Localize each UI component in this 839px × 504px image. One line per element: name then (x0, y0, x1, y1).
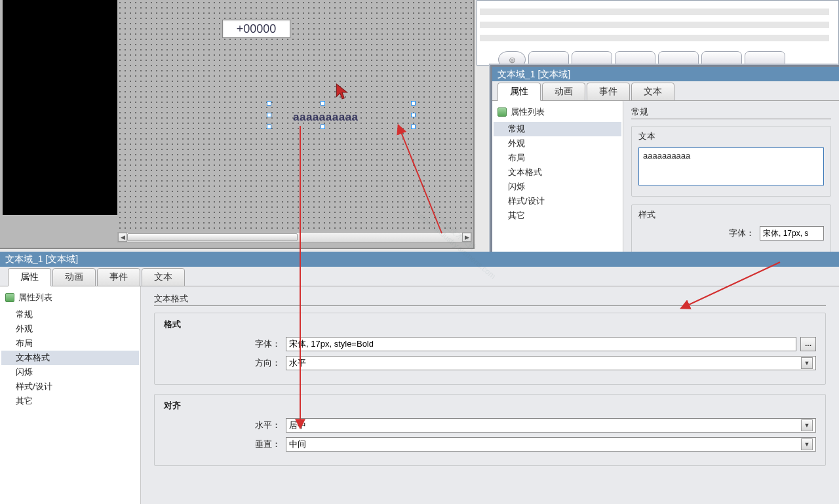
tab-event[interactable]: 事件 (587, 83, 630, 101)
font-select[interactable]: 宋体, 17px, s (760, 226, 824, 241)
text-content-input[interactable] (638, 147, 824, 185)
group-title-text: 文本 (638, 130, 824, 142)
vertical-align-label: 垂直： (164, 438, 282, 450)
group-title-format: 格式 (164, 319, 816, 330)
category-item-flash[interactable]: 闪烁 (1, 365, 139, 379)
section-header: 文本格式 (154, 293, 826, 306)
property-list-header: 属性列表 (1, 290, 139, 307)
alignment-group: 对齐 水平： 居中▼ 垂直： 中间▼ (154, 394, 826, 466)
category-item-style-design[interactable]: 样式/设计 (494, 194, 621, 208)
category-item-text-format[interactable]: 文本格式 (494, 165, 621, 180)
list-icon (498, 107, 507, 117)
dropdown-arrow-icon: ▼ (801, 357, 813, 369)
tab-text[interactable]: 文本 (631, 83, 674, 101)
selection-handle[interactable] (321, 125, 325, 129)
panel-title: 文本域_1 [文本域] (0, 252, 839, 267)
tab-text[interactable]: 文本 (142, 268, 185, 286)
category-item-layout[interactable]: 布局 (1, 336, 139, 351)
io-field-value: +00000 (237, 22, 277, 36)
horizontal-align-label: 水平： (164, 419, 282, 431)
selection-handle[interactable] (267, 113, 271, 117)
orientation-label: 方向： (164, 357, 282, 369)
tab-animation[interactable]: 动画 (52, 268, 96, 286)
property-category-list: 属性列表 常规 外观 布局 文本格式 闪烁 样式/设计 其它 (0, 286, 141, 504)
category-item-text-format[interactable]: 文本格式 (1, 351, 139, 365)
list-icon (5, 293, 14, 302)
category-item-general[interactable]: 常规 (494, 122, 621, 136)
group-title-style: 样式 (638, 209, 824, 221)
font-label: 字体： (164, 338, 282, 350)
dropdown-arrow-icon: ▼ (801, 438, 813, 450)
category-item-general[interactable]: 常规 (1, 307, 139, 322)
category-item-misc[interactable]: 其它 (494, 208, 621, 223)
tab-properties[interactable]: 属性 (498, 83, 541, 101)
font-browse-button[interactable]: ... (800, 337, 816, 351)
selection-handle[interactable] (411, 101, 416, 106)
category-item-flash[interactable]: 闪烁 (494, 180, 621, 194)
properties-panel-main: 文本域_1 [文本域] 属性 动画 事件 文本 属性列表 常规 外观 布局 文本… (0, 252, 839, 504)
category-item-appearance[interactable]: 外观 (494, 136, 621, 151)
format-group: 格式 字体： 宋体, 17px, style=Bold ... 方向： 水平▼ (154, 313, 826, 385)
orientation-select[interactable]: 水平▼ (286, 356, 816, 370)
selection-handle[interactable] (321, 101, 325, 106)
vertical-align-select[interactable]: 中间▼ (286, 437, 816, 452)
tab-event[interactable]: 事件 (97, 268, 140, 286)
group-title-align: 对齐 (164, 400, 816, 412)
style-group: 样式 字体： 宋体, 17px, s (631, 204, 831, 253)
text-field-object[interactable]: aaaaaaaaaa (293, 111, 359, 124)
screen-canvas[interactable]: +00000 aaaaaaaaaa (117, 0, 473, 232)
horizontal-align-select[interactable]: 居中▼ (286, 418, 816, 433)
property-list-header: 属性列表 (494, 105, 621, 122)
text-group: 文本 (631, 126, 831, 197)
tab-animation[interactable]: 动画 (542, 83, 585, 101)
scroll-thumb[interactable] (127, 233, 298, 241)
panel-title: 文本域_1 [文本域] (492, 67, 839, 81)
panel-tab-bar: 属性 动画 事件 文本 (492, 81, 839, 101)
io-field-object[interactable]: +00000 (222, 20, 290, 38)
category-item-style-design[interactable]: 样式/设计 (1, 379, 139, 394)
dropdown-arrow-icon: ▼ (801, 419, 813, 431)
category-item-misc[interactable]: 其它 (1, 394, 139, 408)
scroll-left-button[interactable]: ◀ (118, 233, 127, 242)
font-label: 字体： (638, 227, 754, 239)
tab-properties[interactable]: 属性 (8, 268, 51, 286)
placeholder-lines (480, 9, 829, 48)
horizontal-scrollbar[interactable]: ◀ ▶ (117, 232, 472, 242)
category-item-appearance[interactable]: 外观 (1, 322, 139, 336)
font-display-field[interactable]: 宋体, 17px, style=Bold (286, 337, 796, 351)
selection-handle[interactable] (411, 125, 416, 129)
screen-editor-pane: +00000 aaaaaaaaaa ◀ ▶ (0, 0, 475, 249)
selection-handle[interactable] (267, 101, 271, 106)
scroll-right-button[interactable]: ▶ (462, 233, 471, 242)
screen-border-black (3, 0, 117, 215)
category-item-layout[interactable]: 布局 (494, 151, 621, 165)
selection-handle[interactable] (411, 113, 416, 117)
selection-handle[interactable] (267, 125, 271, 129)
panel-tab-bar: 属性 动画 事件 文本 (0, 267, 839, 286)
section-header: 常规 (631, 106, 831, 119)
